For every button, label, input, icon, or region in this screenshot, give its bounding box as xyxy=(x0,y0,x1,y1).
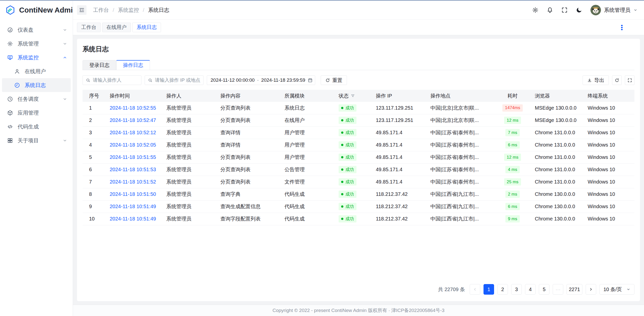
time-link[interactable]: 2024-11-18 10:52:47 xyxy=(110,117,156,123)
cell-content: 查询字段配置列表 xyxy=(216,213,280,225)
sidebar-item-online-users[interactable]: 在线用户 xyxy=(2,64,71,78)
fullscreen-icon[interactable] xyxy=(561,7,568,13)
dark-mode-moon-icon[interactable] xyxy=(576,7,582,13)
cell-status: 成功 xyxy=(335,139,372,151)
refresh-table-button[interactable] xyxy=(612,75,622,85)
cell-ip: 49.85.171.4 xyxy=(372,176,426,188)
reset-label: 重置 xyxy=(332,77,342,84)
time-link[interactable]: 2024-11-18 10:51:50 xyxy=(110,191,156,197)
status-dot xyxy=(341,144,343,146)
cell-index: 9 xyxy=(83,200,106,213)
time-link[interactable]: 2024-11-18 10:52:05 xyxy=(110,142,156,148)
settings-gear-icon[interactable] xyxy=(532,7,539,13)
time-link[interactable]: 2024-11-18 10:52:55 xyxy=(110,105,156,111)
page-number-button[interactable]: 4 xyxy=(525,284,536,295)
sidebar-item-about-project[interactable]: 关于项目 xyxy=(2,133,71,147)
cell-time: 2024-11-18 10:51:49 xyxy=(106,200,162,213)
footer: Copyright © 2022 - present ContiNew Admi… xyxy=(73,305,644,316)
next-page-button[interactable] xyxy=(586,284,596,295)
opened-tab[interactable]: 工作台 xyxy=(77,23,101,32)
page-number-button[interactable]: 2 xyxy=(497,284,508,295)
status-badge: 成功 xyxy=(339,178,356,186)
main-area: 工作台/系统监控/系统日志 xyxy=(73,1,644,316)
reset-button[interactable]: 重置 xyxy=(321,75,347,85)
duration-badge: 12 ms xyxy=(504,154,521,161)
cell-index: 2 xyxy=(83,114,106,126)
opened-tab[interactable]: 在线用户 xyxy=(102,23,131,32)
sidebar-item-app-management[interactable]: 应用管理 xyxy=(2,106,71,120)
cell-os: Windows 10 xyxy=(584,200,634,213)
cell-browser: MSEdge 130.0.0.0 xyxy=(531,114,584,126)
sidebar-item-system-management[interactable]: 系统管理 xyxy=(2,37,71,51)
table-row: 32024-11-18 10:52:12系统管理员查询详情用户管理成功49.85… xyxy=(83,126,634,139)
dashboard-icon xyxy=(7,27,13,33)
cell-duration: 12 ms xyxy=(494,114,531,126)
time-link[interactable]: 2024-11-18 10:51:49 xyxy=(110,204,156,209)
sidebar-item-task-scheduler[interactable]: 任务调度 xyxy=(2,92,71,106)
notifications-bell-icon[interactable] xyxy=(547,7,553,13)
status-badge: 成功 xyxy=(339,191,356,198)
table-fullscreen-button[interactable] xyxy=(625,75,634,85)
page-number-button[interactable]: 1 xyxy=(484,284,494,295)
app: ContiNew Admin 仪表盘系统管理系统监控在线用户系统日志任务调度应用… xyxy=(0,1,644,316)
app-logo[interactable]: ContiNew Admin xyxy=(0,1,73,19)
page-size-select[interactable]: 10 条/页 xyxy=(599,284,634,295)
cell-location: 中国|江西省|九江市|... xyxy=(426,213,494,225)
table-body: 12024-11-18 10:52:55系统管理员分页查询列表系统日志成功123… xyxy=(83,102,634,225)
opened-tab[interactable]: 系统日志 xyxy=(132,23,161,32)
ip-search-input[interactable]: 请输入操作 IP 或地点 xyxy=(145,75,204,85)
cell-operator: 系统管理员 xyxy=(162,102,216,114)
page-number-button[interactable]: 3 xyxy=(511,284,522,295)
page-number-button[interactable]: 5 xyxy=(539,284,549,295)
date-start: 2024-11-12 00:00:00 xyxy=(211,77,255,83)
prev-page-button[interactable] xyxy=(470,284,480,295)
status-badge: 成功 xyxy=(339,104,356,112)
sidebar-item-code-generation[interactable]: 代码生成 xyxy=(2,120,71,133)
sidebar-collapse-button[interactable] xyxy=(77,5,87,15)
log-tab[interactable]: 操作日志 xyxy=(116,60,150,70)
column-header: 操作人 xyxy=(162,90,216,102)
table-row: 42024-11-18 10:52:05系统管理员查询详情用户管理成功49.85… xyxy=(83,139,634,151)
user-icon xyxy=(14,68,20,74)
sidebar-item-system-monitor[interactable]: 系统监控 xyxy=(2,51,71,64)
date-range-picker[interactable]: 2024-11-12 00:00:00 - 2024-11-18 23:59:5… xyxy=(207,75,315,85)
user-menu[interactable]: 系统管理员 xyxy=(590,5,637,15)
log-tab[interactable]: 登录日志 xyxy=(83,60,116,70)
cell-operator: 系统管理员 xyxy=(162,200,216,213)
gear-icon xyxy=(7,41,13,47)
time-link[interactable]: 2024-11-18 10:51:53 xyxy=(110,167,156,172)
cell-browser: Chrome 130.0.0.0 xyxy=(531,188,584,200)
cell-status: 成功 xyxy=(335,114,372,126)
sidebar-item-label: 系统管理 xyxy=(18,40,39,47)
content: 系统日志 登录日志操作日志 请输入操作人 请输入操作 IP 或地点 xyxy=(73,35,644,305)
time-link[interactable]: 2024-11-18 10:51:55 xyxy=(110,154,156,160)
cell-operator: 系统管理员 xyxy=(162,139,216,151)
chevron-right-icon xyxy=(589,287,593,292)
page-ellipsis[interactable]: ··· xyxy=(553,284,563,295)
page-number-button[interactable]: 2271 xyxy=(567,284,582,295)
time-link[interactable]: 2024-11-18 10:52:12 xyxy=(110,130,156,135)
cube-icon xyxy=(7,110,13,116)
breadcrumb-item[interactable]: 工作台 xyxy=(93,7,109,14)
tabs-more-icon[interactable] xyxy=(619,24,624,31)
breadcrumb-item[interactable]: 系统监控 xyxy=(118,7,139,14)
time-link[interactable]: 2024-11-18 10:51:52 xyxy=(110,179,156,185)
status-filter-funnel-icon[interactable] xyxy=(351,94,355,98)
sidebar-item-system-logs[interactable]: 系统日志 xyxy=(2,78,71,92)
cell-time: 2024-11-18 10:52:55 xyxy=(106,102,162,114)
cell-module: 用户管理 xyxy=(280,151,335,163)
operator-search-input[interactable]: 请输入操作人 xyxy=(83,75,141,85)
cell-time: 2024-11-18 10:51:50 xyxy=(106,188,162,200)
cell-module: 公告管理 xyxy=(280,163,335,176)
cell-content: 分页查询列表 xyxy=(216,151,280,163)
export-button[interactable]: 导出 xyxy=(583,75,609,85)
topbar: 工作台/系统监控/系统日志 xyxy=(73,1,644,19)
pagination: 共 22709 条 12345···2271 10 条/页 xyxy=(83,278,634,297)
user-name: 系统管理员 xyxy=(604,7,630,14)
cell-location: 中国|江西省|九江市|... xyxy=(426,200,494,213)
sidebar-item-dashboard[interactable]: 仪表盘 xyxy=(2,23,71,37)
time-link[interactable]: 2024-11-18 10:51:49 xyxy=(110,216,156,221)
clock-icon xyxy=(7,96,13,102)
cell-index: 1 xyxy=(83,102,106,114)
copyright-text: Copyright © 2022 - present ContiNew Admi… xyxy=(272,307,445,314)
